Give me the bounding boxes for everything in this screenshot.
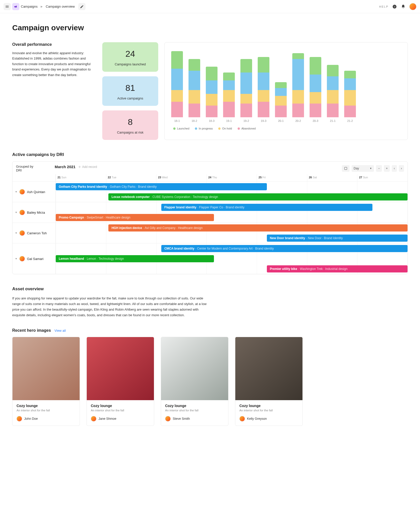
chart-segment (258, 102, 269, 117)
task-title: Premier utility bike (270, 267, 297, 271)
chart-segment (310, 92, 321, 104)
gantt-task[interactable]: Flapper brand identity · Flapper Paper C… (161, 204, 372, 211)
square-icon (344, 167, 347, 170)
chart-x-label: 21-1 (330, 119, 336, 122)
chart-x-label: 20-2 (295, 119, 301, 122)
svg-rect-2 (344, 167, 347, 169)
task-meta: · Gotham City Parks · Brand identity (108, 185, 157, 189)
calendar-day-header: 21Sun (56, 174, 106, 181)
calendar-day-header: 23Wed (156, 174, 207, 181)
gantt-row-header[interactable]: ▼ Cameron Toh (12, 223, 56, 243)
gantt-row-header[interactable]: ▼ Gal Samari (12, 243, 56, 274)
caret-down-icon: ▼ (15, 232, 17, 234)
chart-segment (292, 59, 304, 90)
view-mode-button[interactable] (342, 165, 350, 172)
dri-name: Cameron Toh (27, 231, 47, 235)
calendar-day-header: 22Tue (106, 174, 156, 181)
help-link[interactable]: HELP (379, 5, 388, 8)
gantt-task[interactable]: Promo Campaign · SwipeSmart · Healthcare… (56, 214, 214, 221)
kpi-value: 8 (105, 117, 156, 127)
kpi-card[interactable]: 8 Campaigns at risk (102, 110, 158, 140)
chart-segment (275, 88, 287, 96)
kpi-label: Campaigns launched (105, 62, 156, 66)
add-record-button[interactable]: Add record (78, 165, 97, 169)
menu-button[interactable] (4, 3, 11, 10)
chart-segment (189, 59, 200, 71)
chart-segment (292, 90, 304, 104)
chart-segment (327, 104, 339, 117)
avatar (165, 416, 171, 422)
hero-card-subtitle: An interior shot for the fall (165, 409, 224, 412)
user-avatar[interactable] (409, 3, 416, 10)
gantt-task[interactable]: Lemon headband · Lemon · Technology desi… (56, 255, 214, 262)
hero-image (235, 337, 302, 400)
group-by-label: Grouped by (16, 165, 55, 168)
next-button[interactable]: › (399, 165, 404, 172)
legend-swatch (195, 127, 197, 130)
time-unit-select[interactable]: Day ▼ (352, 165, 374, 172)
view-all-link[interactable]: View all (54, 329, 66, 332)
breadcrumb-root[interactable]: Campaigns (21, 5, 38, 8)
question-circle-icon: ? (392, 4, 397, 9)
plus-icon: + (386, 167, 388, 170)
chart-segment (171, 69, 183, 90)
chart-x-label: 18-3 (209, 119, 214, 122)
chart-x-label: 20-3 (313, 119, 318, 122)
app-icon-button[interactable] (12, 3, 19, 10)
notifications-button[interactable] (401, 4, 406, 9)
chart-bar: 19-3 (258, 57, 269, 122)
legend-item: Abandoned (238, 127, 256, 130)
chart-segment (310, 75, 321, 92)
chart-segment (275, 82, 287, 88)
kpi-card[interactable]: 81 Active campaigns (102, 76, 158, 106)
chart-bar: 18-3 (206, 67, 218, 122)
gantt-task[interactable]: Gotham City Parks brand identity · Gotha… (56, 183, 267, 190)
gantt-row-header[interactable]: ▼ Bailey Mirza (12, 202, 56, 223)
task-meta: · New Door · Brand Identity (306, 236, 343, 240)
hero-card-subtitle: An interior shot for the fall (17, 409, 76, 412)
chart-bar: 21-2 (344, 70, 356, 122)
chart-segment (292, 53, 304, 59)
chart-segment (310, 104, 321, 117)
chart-panel: 18-118-218-319-119-219-320-120-220-321-1… (164, 42, 408, 140)
hero-card[interactable]: Cozy lounge An interior shot for the fal… (12, 337, 80, 426)
zoom-out-button[interactable]: − (376, 165, 382, 172)
chart-segment (258, 57, 269, 73)
avatar (19, 256, 25, 262)
chart-segment (206, 80, 218, 94)
gantt-task[interactable]: Locax notebook computer · CUBE Systems C… (108, 193, 408, 200)
task-title: New Door brand identity (270, 236, 305, 240)
task-meta: · Center for Modern and Contemporary Art… (195, 247, 274, 250)
task-title: Promo Campaign (59, 216, 84, 219)
breadcrumb-page[interactable]: Campaign overview (46, 5, 75, 8)
prev-button[interactable]: ‹ (392, 165, 397, 172)
kpi-card[interactable]: 24 Campaigns launched (102, 42, 158, 72)
hero-card-title: Cozy lounge (91, 404, 150, 408)
help-icon-button[interactable]: ? (392, 4, 397, 9)
bell-icon (401, 4, 405, 9)
chart-bar: 20-1 (275, 82, 287, 122)
edit-button[interactable] (78, 3, 85, 10)
caret-down-icon: ▼ (15, 211, 17, 214)
hero-card[interactable]: Cozy lounge An interior shot for the fal… (86, 337, 154, 426)
asset-body: If you are shopping for new apparel to u… (12, 296, 211, 318)
gantt-row-header[interactable]: ▼ Ash Quintan (12, 182, 56, 202)
zoom-in-button[interactable]: + (384, 165, 390, 172)
chart-segment (344, 90, 356, 106)
gantt-row: ▼ Bailey MirzaFlapper brand identity · F… (12, 202, 408, 223)
gantt-task[interactable]: CMCA brand identity · Center for Modern … (161, 245, 408, 252)
chart-x-label: 19-3 (261, 119, 266, 122)
gantt-task[interactable]: New Door brand identity · New Door · Bra… (267, 235, 408, 242)
chart-segment (223, 80, 235, 90)
caret-down-icon: ▼ (15, 191, 17, 193)
gantt-task[interactable]: Premier utility bike · Washington Trek ·… (267, 265, 408, 272)
hero-card[interactable]: Cozy lounge An interior shot for the fal… (161, 337, 228, 426)
task-meta: · CUBE Systems Corporation · Technology … (151, 195, 218, 199)
chart-segment (189, 71, 200, 90)
hero-card-author: John Doe (24, 417, 38, 421)
chart-segment (258, 73, 269, 90)
hero-card[interactable]: Cozy lounge An interior shot for the fal… (235, 337, 303, 426)
chart-segment (171, 51, 183, 69)
chart-segment (344, 78, 356, 90)
gantt-task[interactable]: HGH injection device · Avi Gilly and Com… (108, 224, 408, 231)
